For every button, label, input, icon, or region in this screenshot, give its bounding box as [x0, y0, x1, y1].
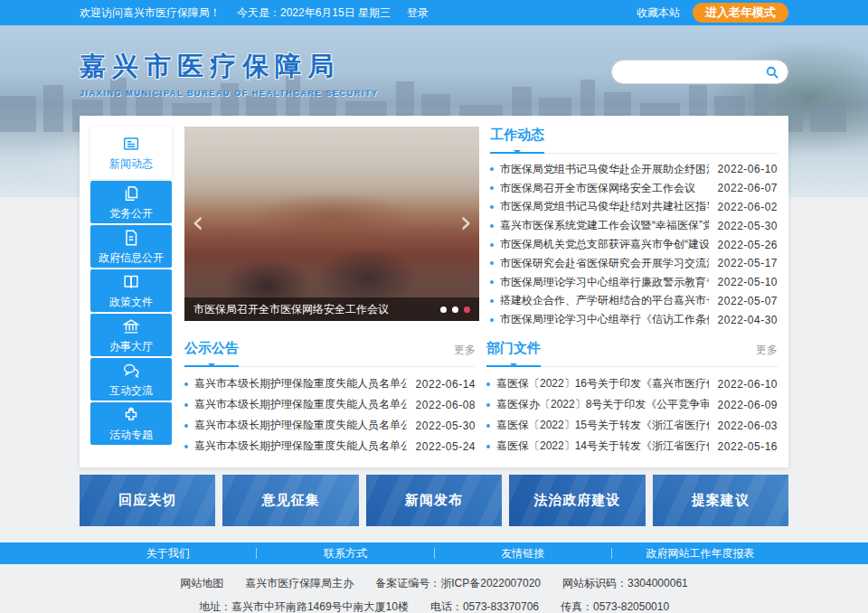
footer-site-code: 网站标识码：3304000061	[562, 577, 688, 589]
sidebar-item-interaction[interactable]: 互动交流	[90, 358, 172, 401]
login-link[interactable]: 登录	[407, 5, 429, 21]
list-item[interactable]: 嘉医保〔2022〕15号关于转发《浙江省医疗保...2022-06-03	[486, 415, 778, 436]
welcome-text: 欢迎访问嘉兴市医疗保障局！	[80, 5, 221, 21]
list-item[interactable]: 市医保研究会赴省医保研究会开展学习交流活动2022-05-17	[490, 254, 778, 273]
list-item[interactable]: 市医保局召开全市医保网络安全工作会议2022-06-07	[490, 179, 778, 198]
bullet-icon	[486, 403, 490, 407]
file-icon	[121, 228, 141, 248]
work-dynamics-panel: 工作动态 市医保局党组书记马俊华赴企开展助企纾困活动2022-06-10 市医保…	[490, 127, 778, 329]
sidebar-item-label: 办事大厅	[109, 339, 153, 354]
sidebar-item-gov-info[interactable]: 政府信息公开	[90, 225, 172, 268]
footer-link-contact[interactable]: 联系方式	[257, 546, 433, 561]
carousel-next-icon[interactable]: ›	[459, 205, 472, 236]
department-docs-list: 嘉医保〔2022〕16号关于印发《嘉兴市医疗保...2022-06-10 嘉医保…	[486, 373, 778, 457]
list-item[interactable]: 市医保局理论学习中心组举行《信访工作条例》专题...2022-04-30	[490, 310, 778, 329]
list-item[interactable]: 嘉医保〔2022〕16号关于印发《嘉兴市医疗保...2022-06-10	[486, 373, 778, 394]
banner-proposals[interactable]: 提案建议	[653, 475, 788, 526]
footer: 网站地图嘉兴市医疗保障局主办备案证编号：浙ICP备2022007020网站标识码…	[0, 564, 868, 613]
bullet-icon	[490, 224, 494, 228]
sidebar-item-label: 政府信息公开	[99, 250, 164, 266]
list-item[interactable]: 嘉医保〔2022〕14号关于转发《浙江省医疗保...2022-05-16	[486, 436, 778, 457]
banner-opinion-collection[interactable]: 意见征集	[222, 475, 358, 526]
carousel-dots	[440, 306, 470, 313]
carousel-dot[interactable]	[440, 306, 447, 313]
favorite-link[interactable]: 收藏本站	[637, 5, 680, 21]
footer-phone: 电话：0573-83370706	[430, 600, 539, 613]
list-item[interactable]: 市医保局党组书记马俊华赴企开展助企纾困活动2022-06-10	[490, 160, 778, 179]
footer-line-2: 地址：嘉兴市中环南路1469号中南大厦10楼电话：0573-83370706传真…	[0, 599, 868, 613]
site-title: 嘉兴市医疗保障局	[80, 49, 379, 85]
today-text: 今天是：2022年6月15日 星期三	[237, 5, 391, 21]
bullet-icon	[184, 424, 188, 428]
footer-link-about[interactable]: 关于我们	[80, 546, 256, 561]
sidebar-item-label: 政策文件	[109, 295, 153, 310]
carousel-caption[interactable]: 市医保局召开全市医保网络安全工作会议	[193, 302, 433, 317]
bullet-icon	[490, 280, 494, 284]
list-item[interactable]: 市医保局党组书记马俊华赴结对共建社区指导全国文...2022-06-02	[490, 198, 778, 217]
work-dynamics-list: 市医保局党组书记马俊华赴企开展助企纾困活动2022-06-10 市医保局召开全市…	[490, 160, 778, 329]
list-item[interactable]: 市医保局机关党总支部获评嘉兴市争创“建设清廉机...2022-05-26	[490, 235, 778, 254]
notice-more-link[interactable]: 更多	[454, 343, 476, 366]
sidebar-item-party-affairs[interactable]: 党务公开	[90, 181, 172, 223]
list-item[interactable]: 嘉兴市本级长期护理保险重度失能人员名单公示（2...2022-06-14	[184, 373, 476, 394]
elder-mode-button[interactable]: 进入老年模式	[693, 3, 788, 23]
list-item[interactable]: 市医保局理论学习中心组举行廉政警示教育专题学习...2022-05-10	[490, 273, 778, 292]
department-docs-panel: 部门文件 更多 嘉医保〔2022〕16号关于印发《嘉兴市医疗保...2022-0…	[486, 340, 778, 457]
carousel-caption-bar: 市医保局召开全市医保网络安全工作会议	[184, 297, 479, 321]
list-item[interactable]: 嘉兴市本级长期护理保险重度失能人员名单公示（2...2022-05-24	[184, 436, 476, 457]
work-dynamics-title[interactable]: 工作动态	[490, 127, 544, 154]
search-input[interactable]	[623, 66, 764, 79]
footer-host: 嘉兴市医疗保障局主办	[245, 577, 354, 589]
footer-link-friendly-links[interactable]: 友情链接	[435, 546, 611, 561]
sidebar-item-label: 活动专题	[109, 428, 153, 443]
bullet-icon	[490, 167, 494, 171]
news-icon	[121, 134, 141, 154]
sitemap-link[interactable]: 网站地图	[180, 577, 223, 589]
bullet-icon	[486, 424, 490, 428]
carousel-prev-icon[interactable]: ‹	[192, 205, 204, 236]
footer-icp: 备案证编号：浙ICP备2022007020	[375, 577, 541, 589]
sidebar-item-service-hall[interactable]: 办事大厅	[90, 314, 172, 356]
main-content: 新闻动态 党务公开 政府信息公开	[80, 116, 788, 467]
carousel[interactable]: ‹ › 市医保局召开全市医保网络安全工作会议	[184, 127, 479, 321]
bullet-icon	[184, 403, 188, 407]
footer-address: 地址：嘉兴市中环南路1469号中南大厦10楼	[199, 600, 409, 613]
bullet-icon	[486, 445, 490, 448]
list-item[interactable]: 嘉医保办〔2022〕8号关于印发《公平竞争审查...2022-06-09	[486, 394, 778, 415]
list-item[interactable]: 嘉兴市本级长期护理保险重度失能人员名单公示（2...2022-06-08	[184, 394, 476, 415]
footer-nav: 关于我们 联系方式 友情链接 政府网站工作年度报表	[0, 542, 868, 564]
pages-icon	[121, 184, 141, 203]
sidebar-item-news[interactable]: 新闻动态	[90, 127, 172, 179]
banner-shortcuts: 回应关切 意见征集 新闻发布 法治政府建设 提案建议	[80, 475, 788, 526]
banner-rule-of-law[interactable]: 法治政府建设	[509, 475, 645, 526]
list-item[interactable]: 嘉兴市本级长期护理保险重度失能人员名单公示（2...2022-05-30	[184, 415, 476, 436]
bullet-icon	[490, 205, 494, 209]
bullet-icon	[490, 243, 494, 247]
bullet-icon	[490, 318, 494, 322]
sidebar-item-special-topics[interactable]: 活动专题	[90, 402, 172, 445]
search-icon[interactable]	[764, 64, 780, 80]
sidebar: 新闻动态 党务公开 政府信息公开	[90, 127, 172, 457]
carousel-dot-active[interactable]	[464, 306, 470, 313]
dept-more-link[interactable]: 更多	[756, 343, 778, 366]
list-item[interactable]: 搭建校企合作、产学研相结合的平台嘉兴市长期护理...2022-05-07	[490, 292, 778, 311]
carousel-dot[interactable]	[452, 306, 458, 313]
banner-news-release[interactable]: 新闻发布	[366, 475, 502, 526]
footer-line-1: 网站地图嘉兴市医疗保障局主办备案证编号：浙ICP备2022007020网站标识码…	[0, 576, 868, 591]
bullet-icon	[184, 382, 188, 386]
sidebar-item-label: 新闻动态	[109, 156, 153, 172]
footer-link-annual-report[interactable]: 政府网站工作年度报表	[612, 546, 788, 561]
bullet-icon	[184, 445, 188, 448]
public-notice-title[interactable]: 公示公告	[184, 340, 239, 367]
sidebar-item-label: 党务公开	[109, 206, 153, 222]
bank-icon	[121, 316, 141, 336]
footer-fax: 传真：0573-82050010	[561, 600, 669, 613]
bullet-icon	[490, 299, 494, 303]
list-item[interactable]: 嘉兴市医保系统党建工作会议暨“幸福医保”党建联...2022-05-30	[490, 216, 778, 235]
site-brand: 嘉兴市医疗保障局 JIAXING MUNICIPAL BUREAU OF HEA…	[80, 49, 379, 98]
public-notice-list: 嘉兴市本级长期护理保险重度失能人员名单公示（2...2022-06-14 嘉兴市…	[184, 373, 476, 457]
department-docs-title[interactable]: 部门文件	[486, 340, 541, 367]
banner-respond-concerns[interactable]: 回应关切	[80, 475, 215, 526]
topbar: 欢迎访问嘉兴市医疗保障局！ 今天是：2022年6月15日 星期三 登录 收藏本站…	[0, 0, 868, 25]
sidebar-item-policy-docs[interactable]: 政策文件	[90, 269, 172, 312]
